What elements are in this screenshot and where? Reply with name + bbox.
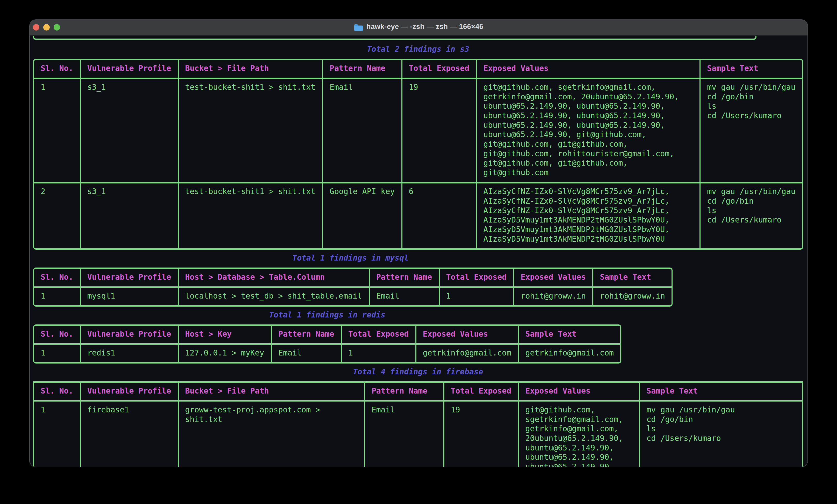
column-header: Exposed Values xyxy=(423,329,488,339)
table-cell-text: 19 xyxy=(451,405,460,415)
table-cell-text: test-bucket-shit1 > shit.txt xyxy=(185,187,316,197)
section-title-s3: Total 2 findings in s3 xyxy=(367,44,469,54)
table-cell-text: ls xyxy=(707,101,716,111)
table-cell-text: ubuntu@65.2.149.90, git@github.com, xyxy=(483,130,646,139)
section-title-redis: Total 1 findings in redis xyxy=(269,310,385,320)
findings-table-s3 xyxy=(33,59,803,249)
column-separator xyxy=(443,381,444,467)
table-cell-text: 2 xyxy=(41,187,45,197)
table-cell-text: mv gau /usr/bin/gau xyxy=(707,187,795,197)
column-header: Exposed Values xyxy=(520,273,586,282)
column-header: Total Exposed xyxy=(409,64,469,73)
column-separator xyxy=(476,60,477,248)
row-separator xyxy=(34,78,802,79)
table-cell-text: redis1 xyxy=(87,348,115,358)
table-cell-text: mv gau /usr/bin/gau xyxy=(707,82,795,92)
table-cell-text: getrkinfo@gmail.com xyxy=(525,348,613,358)
column-separator xyxy=(364,381,365,467)
table-cell-text: 1 xyxy=(41,405,45,415)
table-cell-text: AIzaSyCfNZ-IZx0-SlVcVg8MCr575zv9_Ar7jLc, xyxy=(483,187,670,197)
table-cell-text: ubuntu@65.2.149.90, xyxy=(525,462,613,467)
column-header: Sample Text xyxy=(707,64,758,73)
column-header: Bucket > File Path xyxy=(185,64,269,73)
table-cell-text: cd /Users/kumaro xyxy=(646,434,721,443)
row-separator xyxy=(34,286,672,288)
column-header: Sl. No. xyxy=(41,386,73,396)
table-cell-text: ls xyxy=(707,206,716,216)
table-cell-text: mysql1 xyxy=(87,291,115,301)
column-header: Total Exposed xyxy=(451,386,512,396)
column-separator xyxy=(322,60,323,248)
column-header: Sample Text xyxy=(525,329,576,339)
zoom-button[interactable] xyxy=(54,24,60,31)
table-cell-text: cd /go/bin xyxy=(646,415,693,424)
column-separator xyxy=(402,60,403,248)
table-cell-text: ubuntu@65.2.149.90, xyxy=(525,443,613,453)
column-header: Total Exposed xyxy=(446,273,507,282)
column-header: Host > Key xyxy=(185,329,232,339)
table-cell-text: Email xyxy=(376,291,399,301)
minimize-button[interactable] xyxy=(43,24,50,31)
table-cell-text: AIzaSyD5Vmuy1mt3AkMENDP2tMG0ZUslSPbwY0U xyxy=(483,235,665,244)
table-cell-text: 1 xyxy=(348,348,353,358)
table-cell-text: ls xyxy=(646,424,656,434)
terminal-screen[interactable]: Total 2 findings in s3Sl. No.Vulnerable … xyxy=(30,36,807,467)
close-button[interactable] xyxy=(33,24,39,31)
previous-table-bottom-border xyxy=(33,36,756,40)
table-cell-text: shit.txt xyxy=(185,415,222,424)
table-cell-text: cd /Users/kumaro xyxy=(707,215,781,225)
table-cell-text: 1 xyxy=(41,291,45,301)
table-cell-text: localhost > test_db > shit_table.email xyxy=(185,291,362,301)
table-cell-text: git@github.com, rohittourister@gmail.com… xyxy=(483,149,674,158)
table-cell-text: git@github.com, sgetrkinfo@gmail.com, xyxy=(483,82,656,92)
column-header: Sl. No. xyxy=(41,329,73,339)
table-cell-text: 127.0.0.1 > myKey xyxy=(185,348,264,358)
section-title-firebase: Total 4 findings in firebase xyxy=(353,367,483,377)
table-cell-text: 6 xyxy=(409,187,414,197)
table-cell-text: ubuntu@65.2.149.90, xyxy=(525,452,613,462)
column-header: Sl. No. xyxy=(41,64,73,73)
row-separator xyxy=(34,182,802,183)
column-header: Bucket > File Path xyxy=(185,386,269,396)
table-cell-text: cd /go/bin xyxy=(707,197,754,206)
column-header: Pattern Name xyxy=(330,64,386,73)
column-header: Vulnerable Profile xyxy=(87,64,171,73)
window-titlebar[interactable] xyxy=(30,20,807,36)
table-cell-text: git@github.com, xyxy=(525,405,595,415)
table-cell-text: Google API key xyxy=(330,187,395,197)
table-cell-text: git@github.com, git@github.com, xyxy=(483,158,628,168)
table-cell-text: cd /go/bin xyxy=(707,92,754,102)
column-header: Vulnerable Profile xyxy=(87,273,171,282)
table-cell-text: getrkinfo@gmail.com, xyxy=(525,424,618,434)
table-cell-text: ubuntu@65.2.149.90, ubuntu@65.2.149.90, xyxy=(483,101,665,111)
table-cell-text: getrkinfo@gmail.com, 20ubuntu@65.2.149.9… xyxy=(483,92,679,102)
table-cell-text: git@github.com xyxy=(483,168,549,178)
column-header: Sample Text xyxy=(646,386,698,396)
table-cell-text: Email xyxy=(372,405,395,415)
column-header: Vulnerable Profile xyxy=(87,329,171,339)
column-separator xyxy=(518,381,519,467)
table-cell-text: s3_1 xyxy=(87,187,106,197)
column-header: Total Exposed xyxy=(348,329,409,339)
table-cell-text: AIzaSyD5Vmuy1mt3AkMENDP2tMG0ZUslSPbwY0U, xyxy=(483,215,670,225)
table-cell-text: AIzaSyCfNZ-IZx0-SlVcVg8MCr575zv9_Ar7jLc, xyxy=(483,197,670,206)
table-cell-text: 1 xyxy=(446,291,451,301)
column-header: Sample Text xyxy=(600,273,651,282)
table-cell-text: getrkinfo@gmail.com xyxy=(423,348,511,358)
column-separator xyxy=(699,60,700,248)
table-outer-border xyxy=(802,381,803,467)
column-header: Exposed Values xyxy=(483,64,549,73)
table-cell-text: 19 xyxy=(409,82,418,92)
column-header: Pattern Name xyxy=(376,273,432,282)
table-cell-text: AIzaSyD5Vmuy1mt3AkMENDP2tMG0ZUslSPbwY0U, xyxy=(483,225,670,235)
table-cell-text: cd /Users/kumaro xyxy=(707,111,781,120)
column-separator xyxy=(639,381,640,467)
table-cell-text: firebase1 xyxy=(87,405,129,415)
table-cell-text: Email xyxy=(279,348,302,358)
table-cell-text: groww-test-proj.appspot.com > xyxy=(185,405,320,415)
table-cell-text: mv gau /usr/bin/gau xyxy=(646,405,735,415)
table-cell-text: 1 xyxy=(41,348,45,358)
column-header: Vulnerable Profile xyxy=(87,386,171,396)
table-cell-text: 1 xyxy=(41,82,45,92)
table-outer-border xyxy=(33,381,34,467)
